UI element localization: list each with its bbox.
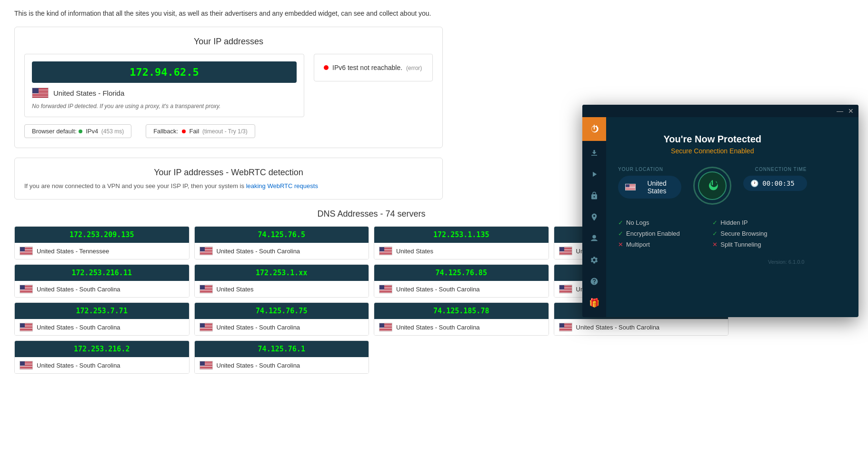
feat-label: Secure Browsing bbox=[720, 230, 767, 237]
vpn-features-left: ✓No Logs✓Encryption Enabled✕Multiport bbox=[618, 219, 712, 252]
webrtc-card-title: Your IP addresses - WebRTC detection bbox=[24, 168, 433, 178]
feat-label: Split Tunneling bbox=[720, 241, 761, 248]
dns-card: 74.125.76.1 United States - South Caroli… bbox=[194, 340, 369, 374]
dns-card: 172.253.1.135 United States bbox=[374, 226, 549, 259]
dns-flag-icon bbox=[200, 323, 213, 331]
vpn-time-box: 🕐 00:00:35 bbox=[743, 176, 807, 191]
dns-location-row: United States - South Carolina bbox=[374, 319, 549, 335]
dns-location-row: United States - South Carolina bbox=[15, 281, 189, 297]
feat-label: Hidden IP bbox=[720, 219, 748, 226]
feat-label: Multiport bbox=[626, 241, 650, 248]
ipv6-status-text: IPv6 test not reachable. (error) bbox=[332, 64, 422, 71]
dns-flag-icon bbox=[559, 247, 572, 255]
vpn-power-button[interactable] bbox=[582, 117, 606, 141]
dns-ip-display: 74.125.76.75 bbox=[195, 303, 369, 319]
vpn-minimize-button[interactable]: — bbox=[837, 108, 843, 114]
dns-card: 172.253.209.135 United States - Tennesse… bbox=[14, 226, 190, 259]
dns-location-row: United States - South Carolina bbox=[195, 319, 369, 335]
vpn-info-row: YOUR LOCATION United States bbox=[618, 167, 807, 210]
dns-flag-icon bbox=[20, 323, 33, 331]
vpn-sidebar-location-icon[interactable] bbox=[585, 208, 604, 227]
green-dot-browser bbox=[79, 130, 82, 133]
dns-flag-icon bbox=[20, 285, 33, 293]
ip-right-panel: IPv6 test not reachable. (error) bbox=[314, 54, 433, 81]
fallback-label: Fallback: bbox=[153, 128, 178, 135]
vpn-sidebar-help-icon[interactable] bbox=[585, 272, 604, 291]
dns-location-text: United States - South Carolina bbox=[37, 362, 120, 369]
browser-default-label: Browser default: bbox=[32, 128, 77, 135]
dns-location-text: United States bbox=[396, 248, 433, 255]
fallback-item: Fallback: Fail (timeout - Try 1/3) bbox=[146, 124, 255, 138]
dns-location-row: United States - Tennessee bbox=[15, 243, 189, 259]
dns-flag-icon bbox=[200, 361, 213, 369]
vpn-sidebar-download-icon[interactable] bbox=[585, 143, 604, 162]
vpn-feature-item: ✕Multiport bbox=[618, 241, 712, 248]
vpn-status-title: You're Now Protected bbox=[663, 134, 761, 145]
vpn-power-inner bbox=[698, 171, 727, 200]
webrtc-text: If you are now connected to a VPN and yo… bbox=[24, 182, 433, 190]
vpn-sidebar-gift-icon[interactable]: 🎁 bbox=[585, 293, 604, 312]
webrtc-link[interactable]: leaking WebRTC requests bbox=[246, 182, 318, 190]
vpn-close-button[interactable]: ✕ bbox=[848, 108, 854, 114]
vpn-clock-icon: 🕐 bbox=[750, 180, 758, 187]
dns-flag-icon bbox=[379, 247, 392, 255]
vpn-location-col: YOUR LOCATION United States bbox=[618, 167, 681, 210]
fallback-timeout: (timeout - Try 1/3) bbox=[202, 128, 248, 135]
browser-default-item: Browser default: IPv4 (453 ms) bbox=[24, 124, 131, 138]
dns-location-row: United States bbox=[195, 281, 369, 297]
dns-card: 74.125.185.78 United States - South Caro… bbox=[374, 302, 549, 336]
vpn-feature-item: ✓Secure Browsing bbox=[712, 230, 807, 237]
dns-card: 74.125.76.5 United States - South Caroli… bbox=[194, 226, 369, 259]
dns-location-text: United States - South Carolina bbox=[217, 248, 300, 255]
red-dot-fallback bbox=[182, 130, 186, 133]
vpn-sidebar-settings-icon[interactable] bbox=[585, 250, 604, 269]
vpn-features-right: ✓Hidden IP✓Secure Browsing✕Split Tunneli… bbox=[712, 219, 807, 252]
dns-location-text: United States - South Carolina bbox=[576, 324, 660, 331]
vpn-feature-item: ✓Hidden IP bbox=[712, 219, 807, 226]
dns-card: 74.125.76.85 United States - South Carol… bbox=[374, 264, 549, 298]
dns-location-row: United States - South Carolina bbox=[554, 319, 728, 335]
us-flag-icon bbox=[32, 88, 49, 98]
browser-ms: (453 ms) bbox=[101, 128, 124, 135]
ip-location-text: United States - Florida bbox=[53, 89, 124, 97]
dns-card: 172.253.216.11 United States - South Car… bbox=[14, 264, 190, 298]
intro-text: This is the kind of information that all… bbox=[14, 10, 854, 17]
ip-addresses-card: Your IP addresses 172.94.62.5 United Sta… bbox=[14, 27, 443, 148]
vpn-power-circle[interactable] bbox=[693, 167, 731, 205]
dns-flag-icon bbox=[559, 323, 572, 331]
vpn-feature-item: ✓Encryption Enabled bbox=[618, 230, 712, 237]
ip-card-title: Your IP addresses bbox=[24, 37, 433, 47]
dns-location-text: United States - South Carolina bbox=[396, 324, 480, 331]
vpn-power-circle-wrapper bbox=[691, 167, 734, 210]
vpn-location-label: YOUR LOCATION bbox=[618, 167, 681, 172]
vpn-sidebar-play-icon[interactable] bbox=[585, 165, 604, 184]
dns-location-row: United States - South Carolina bbox=[15, 319, 189, 335]
dns-ip-display: 172.253.216.2 bbox=[15, 341, 189, 357]
vpn-us-flag bbox=[625, 184, 636, 190]
fallback-status: Fail bbox=[189, 128, 199, 135]
vpn-connection-time: 00:00:35 bbox=[762, 180, 794, 187]
dns-location-row: United States - South Carolina bbox=[195, 243, 369, 259]
vpn-titlebar: — ✕ bbox=[582, 105, 858, 117]
feat-ok-icon: ✓ bbox=[712, 230, 718, 237]
dns-card: 74.125.76.75 United States - South Carol… bbox=[194, 302, 369, 336]
vpn-status-subtitle: Secure Connection Enabled bbox=[671, 147, 754, 155]
vpn-version-text: Version: 6.1.0.0 bbox=[618, 259, 807, 265]
ipv6-status-label: IPv6 test not reachable. bbox=[332, 64, 402, 71]
dns-ip-display: 172.253.1.xx bbox=[195, 265, 369, 281]
dns-location-text: United States - South Carolina bbox=[217, 362, 300, 369]
dns-location-text: United States bbox=[217, 286, 254, 293]
feat-err-icon: ✕ bbox=[618, 241, 623, 248]
vpn-sidebar-user-icon[interactable] bbox=[585, 229, 604, 248]
vpn-location-button[interactable]: United States bbox=[618, 176, 681, 199]
dns-flag-icon bbox=[200, 285, 213, 293]
browser-info-row: Browser default: IPv4 (453 ms) Fallback:… bbox=[24, 124, 433, 138]
dns-flag-icon bbox=[379, 323, 392, 331]
dns-flag-icon bbox=[200, 247, 213, 255]
vpn-feature-item: ✕Split Tunneling bbox=[712, 241, 807, 248]
dns-ip-display: 172.253.209.135 bbox=[15, 227, 189, 243]
vpn-sidebar-lock-icon[interactable] bbox=[585, 186, 604, 205]
ipv6-error-label: (error) bbox=[406, 65, 422, 71]
vpn-main-content: You're Now Protected Secure Connection E… bbox=[606, 117, 819, 317]
dns-ip-display: 74.125.76.5 bbox=[195, 227, 369, 243]
